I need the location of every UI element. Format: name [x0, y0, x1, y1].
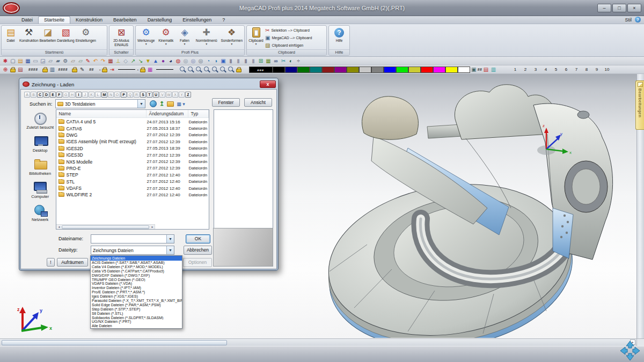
toolbar-icon[interactable]: ▭: [32, 57, 39, 65]
filetype-option[interactable]: Zeichnungs Dateien: [91, 256, 182, 261]
toolbar-item[interactable]: [102, 69, 107, 72]
column-header-type[interactable]: Typ: [188, 110, 209, 117]
toolbar-icon[interactable]: ▮: [227, 57, 235, 65]
toolbar-icon[interactable]: ↷: [99, 57, 107, 65]
alphabet-letter-button[interactable]: L: [95, 92, 101, 98]
filetype-option[interactable]: Stl Dateien (*.STL): [91, 312, 182, 316]
toolbar-icon[interactable]: ✱: [2, 57, 9, 65]
chevron-down-icon[interactable]: ▼: [166, 246, 174, 254]
alphabet-letter-button[interactable]: H: [69, 92, 75, 98]
toolbar-item[interactable]: [310, 67, 322, 73]
toolbar-item[interactable]: -: [99, 65, 101, 74]
toolbar-item[interactable]: 8: [581, 67, 591, 72]
toolbar-icon[interactable]: ▣: [219, 57, 227, 65]
sidebar-place-item[interactable]: Zuletzt besucht: [26, 112, 54, 130]
filetype-option[interactable]: ACIS Dateien (*.SAT;*.SAB;*.ASAT;*.ASAB): [91, 261, 182, 265]
file-row[interactable]: CATIA 4 und 5 24.07.2013 15:16 Dateiordn: [56, 119, 209, 125]
toolbar-icon[interactable]: ◎: [197, 57, 204, 65]
ribbon-button[interactable]: ▤ Datei: [3, 26, 19, 49]
alphabet-letter-button[interactable]: Q: [127, 92, 133, 98]
toolbar-item[interactable]: ✎: [78, 66, 86, 73]
toolbar-item[interactable]: ####: [58, 65, 68, 74]
toolbar-item[interactable]: [42, 69, 48, 72]
toolbar-item[interactable]: [175, 69, 179, 70]
toolbar-item[interactable]: [10, 69, 16, 72]
toolbar-icon[interactable]: ◕: [167, 57, 174, 65]
3d-model-hook[interactable]: z y x: [322, 80, 623, 338]
toolbar-item[interactable]: [297, 67, 310, 73]
ribbon-button[interactable]: ⚙ Einstellungen: [75, 26, 97, 49]
cleanup-button[interactable]: Aufräumen: [57, 258, 88, 267]
column-header-date[interactable]: Änderungsdatum: [147, 110, 188, 117]
toolbar-icon[interactable]: ◑: [212, 57, 219, 65]
toolbar-icon[interactable]: ▮: [242, 57, 250, 65]
alphabet-letter-button[interactable]: K: [89, 92, 94, 98]
toolbar-item[interactable]: [359, 67, 371, 73]
pan-icon[interactable]: [619, 340, 641, 361]
filetype-option[interactable]: Parasolid Dateien (*.X_T;*.XMT_TXT;*.X_B…: [91, 299, 182, 303]
toolbar-icon[interactable]: ◐: [287, 57, 295, 65]
ribbon-dropdown-button[interactable]: ⚙ Kinematik ▾: [158, 26, 174, 49]
alphabet-letter-button[interactable]: N: [108, 92, 114, 98]
toolbar-icon[interactable]: ▮: [250, 57, 257, 65]
alphabet-letter-button[interactable]: T: [147, 92, 152, 98]
file-row[interactable]: IGES3D 27.07.2012 12:39 Dateiordn: [56, 152, 209, 158]
ribbon-tab[interactable]: Datei: [16, 17, 38, 24]
filetype-option[interactable]: DWG/DXF Dateien (*.DWG;*.DXF): [91, 274, 182, 278]
back-navigation-icon[interactable]: [150, 100, 157, 107]
toolbar-item[interactable]: 6: [561, 67, 571, 72]
dialog-titlebar[interactable]: Zeichnung - Laden x: [20, 79, 277, 89]
exclamation-button[interactable]: !: [47, 258, 55, 267]
sidebar-place-item[interactable]: Netzwerk: [32, 204, 48, 222]
file-row[interactable]: DWG 27.07.2012 12:39 Dateiordn: [56, 132, 209, 138]
toolbar-icon[interactable]: ◎: [189, 57, 197, 65]
toolbar-item[interactable]: ##: [478, 65, 482, 74]
toolbar-icon[interactable]: ▢: [9, 57, 17, 65]
ribbon-button-2d-modus[interactable]: ⊠ 2D-Modus EIN/AUS: [111, 26, 132, 49]
alphabet-letter-button[interactable]: Z: [185, 92, 191, 98]
filetype-option[interactable]: Inventor Dateien (*.IPT;*.IAM): [91, 286, 182, 290]
toolbar-item[interactable]: [187, 66, 194, 73]
toolbar-item[interactable]: [68, 69, 71, 70]
file-row[interactable]: PRO-E 27.07.2012 12:39 Dateiordn: [56, 165, 209, 172]
chevron-down-icon[interactable]: ▼: [137, 100, 145, 108]
alphabet-letter-button[interactable]: S: [140, 92, 146, 98]
toolbar-icon[interactable]: ◎: [182, 57, 189, 65]
toolbar-icon[interactable]: ●: [159, 57, 167, 65]
help-button[interactable]: ? Hilfe: [331, 26, 347, 49]
toolbar-item[interactable]: [116, 65, 137, 74]
toolbar-item[interactable]: [140, 69, 145, 72]
toolbar-icon[interactable]: ▰: [54, 57, 62, 65]
toolbar-item[interactable]: ▣: [470, 66, 478, 73]
alphabet-letter-button[interactable]: B: [31, 92, 36, 98]
toolbar-item[interactable]: -: [137, 65, 139, 74]
toolbar-item[interactable]: [445, 67, 458, 73]
ribbon-tab[interactable]: Bearbeiten: [108, 17, 142, 24]
alphabet-letter-button[interactable]: J: [82, 92, 88, 98]
filetype-option[interactable]: Alle Dateien: [91, 324, 182, 328]
view-mode-icon[interactable]: ▦ ▾: [177, 101, 185, 107]
style-menu[interactable]: Stil: [625, 17, 632, 23]
alphabet-letter-button[interactable]: W: [166, 92, 172, 98]
selection-listbox[interactable]: [214, 109, 273, 230]
alphabet-letter-button[interactable]: O: [114, 92, 120, 98]
filetype-option[interactable]: Step Dateien (*.STP;*.STEP): [91, 307, 182, 312]
sidebar-place-item[interactable]: Computer: [31, 181, 49, 199]
new-folder-icon[interactable]: [167, 101, 174, 107]
alphabet-letter-button[interactable]: F: [56, 92, 62, 98]
toolbar-item[interactable]: [236, 69, 241, 72]
fenster-button[interactable]: Fenster: [212, 98, 240, 107]
alphabet-letter-button[interactable]: A: [24, 92, 30, 98]
toolbar-item[interactable]: 4: [540, 67, 551, 72]
toolbar-item[interactable]: 5: [551, 67, 561, 72]
chevron-down-icon[interactable]: ▼: [166, 235, 174, 243]
toolbar-item[interactable]: 10: [602, 67, 612, 72]
ribbon-button-clipboard[interactable]: Clipboard ▾: [248, 26, 264, 49]
toolbar-item[interactable]: [285, 67, 297, 73]
ribbon-button[interactable]: ⚒ Konstruktion: [19, 26, 39, 49]
help-icon[interactable]: ?: [635, 17, 641, 23]
file-row[interactable]: STL 27.07.2012 12:40 Dateiordn: [56, 179, 209, 185]
filetype-option[interactable]: VDAFS Dateien (*.VDA): [91, 282, 182, 286]
ribbon-tab[interactable]: Einstellungen: [177, 17, 217, 24]
toolbar-item[interactable]: [203, 66, 210, 73]
